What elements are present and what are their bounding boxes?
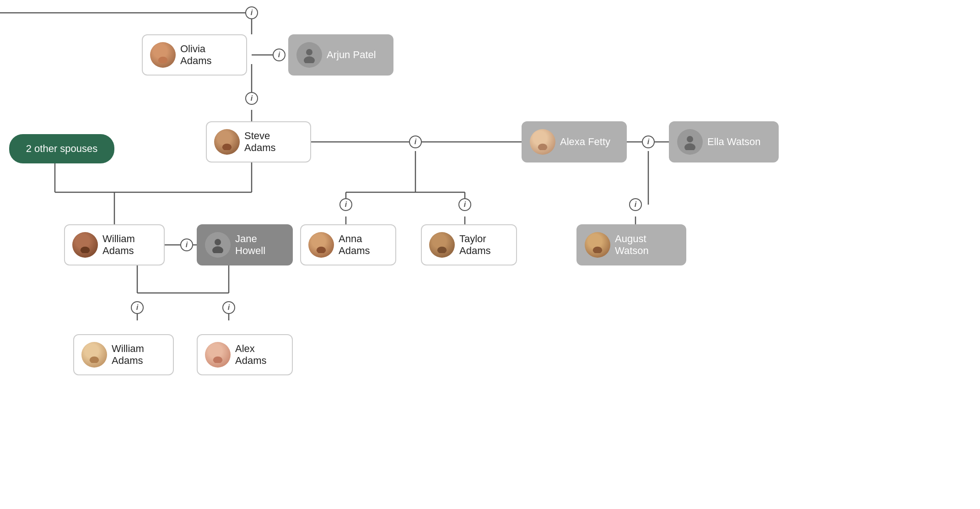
info-circle-august[interactable]: i (629, 198, 642, 211)
svg-point-40 (684, 143, 695, 150)
avatar-steve (214, 129, 240, 155)
node-anna-adams[interactable]: Anna Adams (300, 224, 396, 265)
jane-silhouette-svg (210, 237, 226, 253)
svg-point-37 (539, 137, 546, 143)
jane-name: Jane Howell (235, 233, 265, 257)
svg-point-49 (594, 240, 601, 246)
olivia-name: Olivia Adams (180, 43, 211, 67)
alex-name: Alex Adams (235, 343, 285, 367)
alex-face-svg (210, 347, 226, 363)
info-circle-alexa-ella[interactable]: i (642, 135, 655, 148)
info-circle-william-jane[interactable]: i (180, 238, 193, 251)
svg-point-34 (304, 56, 315, 63)
william2-face-svg (86, 347, 102, 363)
svg-point-42 (81, 247, 90, 253)
svg-point-32 (158, 57, 168, 63)
ella-silhouette-svg (682, 134, 698, 150)
info-circle-wj-child1[interactable]: i (131, 301, 144, 314)
avatar-william (72, 232, 98, 258)
svg-point-38 (538, 144, 548, 150)
avatar-alexa (530, 129, 555, 155)
node-william-adams-2[interactable]: William Adams (73, 334, 174, 375)
anna-name: Anna Adams (339, 233, 370, 257)
william-face-svg (77, 237, 93, 253)
node-jane-howell[interactable]: Jane Howell (197, 224, 293, 265)
anna-face-svg (313, 237, 329, 253)
svg-point-31 (160, 50, 166, 56)
node-arjun-patel[interactable]: Arjun Patel (288, 34, 393, 76)
avatar-taylor (429, 232, 455, 258)
info-circle-olivia-arjun[interactable]: i (273, 49, 285, 61)
node-olivia-adams[interactable]: Olivia Adams (142, 34, 247, 76)
olivia-face-svg (155, 47, 171, 63)
node-ella-watson[interactable]: Ella Watson (669, 121, 779, 162)
family-tree: i i i i i i i i i i i 2 other spouses Ol… (0, 0, 980, 509)
svg-point-48 (437, 247, 447, 253)
alexa-face-svg (534, 134, 551, 150)
node-alexa-fetty[interactable]: Alexa Fetty (522, 121, 627, 162)
svg-point-52 (90, 357, 99, 363)
avatar-anna (308, 232, 334, 258)
avatar-william2 (81, 342, 107, 368)
avatar-august (585, 232, 610, 258)
info-circle-steve-alexa[interactable]: i (409, 135, 422, 148)
svg-point-51 (92, 350, 97, 356)
node-taylor-adams[interactable]: Taylor Adams (421, 224, 517, 265)
alexa-name: Alexa Fetty (560, 136, 610, 148)
arjun-silhouette-svg (301, 47, 318, 63)
svg-point-41 (82, 240, 88, 246)
info-circle-taylor[interactable]: i (458, 198, 471, 211)
avatar-ella (677, 129, 703, 155)
august-name: August Watson (615, 233, 649, 257)
svg-point-39 (687, 136, 693, 142)
avatar-alex (205, 342, 231, 368)
svg-point-50 (593, 247, 603, 253)
node-steve-adams[interactable]: Steve Adams (206, 121, 311, 162)
info-circle-wj-child2[interactable]: i (222, 301, 235, 314)
svg-point-47 (439, 240, 445, 246)
steve-face-svg (219, 134, 235, 150)
node-august-watson[interactable]: August Watson (576, 224, 686, 265)
svg-point-33 (306, 49, 312, 55)
svg-point-36 (222, 144, 232, 150)
other-spouses-button[interactable]: 2 other spouses (9, 134, 114, 163)
info-circle-arjun-steve[interactable]: i (245, 92, 258, 105)
avatar-arjun (296, 42, 322, 68)
node-william-adams[interactable]: William Adams (64, 224, 165, 265)
info-circle-anna[interactable]: i (339, 198, 352, 211)
william2-name: William Adams (112, 343, 144, 367)
steve-name: Steve Adams (244, 130, 275, 154)
info-circle-top[interactable]: i (245, 6, 258, 19)
taylor-name: Taylor Adams (459, 233, 490, 257)
ella-name: Ella Watson (707, 136, 761, 148)
taylor-face-svg (434, 237, 450, 253)
arjun-name: Arjun Patel (327, 49, 376, 61)
svg-point-45 (318, 240, 324, 246)
august-face-svg (589, 237, 606, 253)
svg-point-35 (224, 137, 230, 143)
svg-point-53 (215, 350, 221, 356)
svg-point-46 (317, 247, 326, 253)
svg-point-43 (215, 239, 221, 245)
avatar-olivia (150, 42, 176, 68)
node-alex-adams[interactable]: Alex Adams (197, 334, 293, 375)
svg-point-54 (213, 357, 223, 363)
avatar-jane (205, 232, 231, 258)
svg-point-44 (212, 246, 223, 253)
william-name: William Adams (102, 233, 135, 257)
